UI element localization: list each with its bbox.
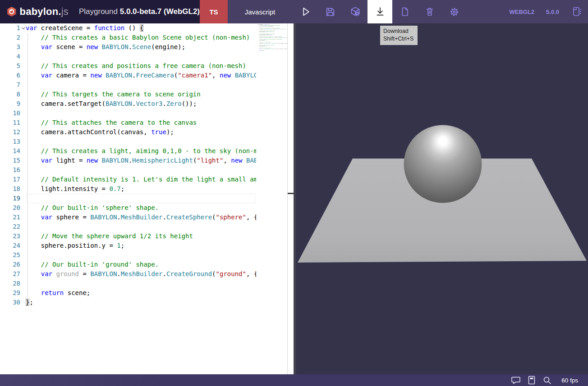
brand-wordmark: babylon.js xyxy=(20,6,69,18)
delete-button[interactable] xyxy=(417,0,442,23)
render-canvas[interactable] xyxy=(294,23,588,374)
status-bar: 60 fps xyxy=(0,374,588,386)
search-button[interactable] xyxy=(542,376,552,385)
save-button[interactable] xyxy=(318,0,343,23)
docs-icon xyxy=(528,376,536,385)
save-icon xyxy=(325,6,336,18)
download-tooltip: Download Shift+Ctrl+S xyxy=(380,26,418,45)
fps-counter: 60 fps xyxy=(561,377,578,384)
docs-button[interactable] xyxy=(528,376,536,385)
code-area[interactable]: var createScene = function () { // This … xyxy=(26,23,256,374)
scene-3d xyxy=(294,23,588,374)
device-select-button[interactable] xyxy=(571,6,583,18)
header-status: WEBGL2 5.0.0 xyxy=(509,0,583,23)
run-button[interactable] xyxy=(293,0,318,23)
typescript-toggle-button[interactable]: TS xyxy=(200,0,228,23)
toolbar xyxy=(293,0,467,23)
page-title: Playground 5.0.0-beta.7 (WebGL2) xyxy=(79,7,200,16)
splitter-handle[interactable] xyxy=(288,193,294,194)
engine-label: WEBGL2 xyxy=(509,9,534,15)
download-button[interactable] xyxy=(368,0,392,23)
search-icon xyxy=(542,376,552,385)
inspector-icon xyxy=(349,6,361,18)
run-icon xyxy=(300,6,312,18)
inspector-button[interactable] xyxy=(343,0,368,23)
minimap[interactable]: var createScene = function () { // This … xyxy=(257,24,287,374)
babylon-logo-icon[interactable] xyxy=(7,3,17,20)
minimap-content: var createScene = function () { // This … xyxy=(257,24,287,52)
code-lines: var createScene = function () { // This … xyxy=(26,23,256,307)
header-brand-section: babylon.js Playground 5.0.0-beta.7 (WebG… xyxy=(0,0,200,23)
device-icon xyxy=(571,6,583,18)
sphere-mesh xyxy=(404,125,482,203)
fold-chevron-icon[interactable] xyxy=(21,26,26,31)
header-bar: babylon.js Playground 5.0.0-beta.7 (WebG… xyxy=(0,0,588,23)
download-icon xyxy=(374,6,386,18)
tooltip-title: Download xyxy=(383,27,413,35)
comment-icon xyxy=(511,376,521,385)
new-button[interactable] xyxy=(392,0,417,23)
language-select[interactable]: Javascript xyxy=(228,0,292,23)
babylon-playground-window: babylon.js Playground 5.0.0-beta.7 (WebG… xyxy=(0,0,588,386)
new-file-icon xyxy=(400,6,410,17)
canvas-left-edge xyxy=(294,23,296,374)
tooltip-shortcut: Shift+Ctrl+S xyxy=(383,35,413,43)
comment-button[interactable] xyxy=(511,376,521,385)
settings-icon xyxy=(449,6,460,18)
pane-splitter[interactable] xyxy=(288,23,294,374)
code-editor: 1234567891011121314151617181920212223242… xyxy=(0,23,294,374)
settings-button[interactable] xyxy=(442,0,467,23)
editor-gutter[interactable]: 1234567891011121314151617181920212223242… xyxy=(0,23,26,307)
delete-icon xyxy=(424,6,435,17)
engine-version: 5.0.0 xyxy=(546,9,559,15)
